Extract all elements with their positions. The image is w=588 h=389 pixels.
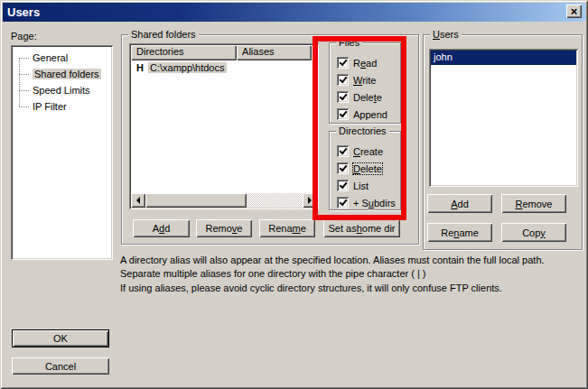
checkbox-row-list[interactable]: List — [337, 177, 398, 194]
ok-button[interactable]: OK — [12, 329, 109, 347]
window-title: Users — [7, 5, 40, 19]
read-label: Read — [353, 58, 377, 69]
scroll-left-button[interactable] — [131, 193, 145, 208]
scrollbar-thumb[interactable] — [145, 193, 247, 208]
delete-dir-label: Delete — [353, 163, 382, 174]
alias-help-text: A directory alias will also appear at th… — [120, 254, 583, 281]
directory-row[interactable]: H C:\xampp\htdocs — [131, 60, 317, 75]
read-checkbox[interactable] — [337, 57, 349, 69]
checkbox-row-create[interactable]: Create — [337, 143, 398, 160]
cancel-button[interactable]: Cancel — [12, 357, 109, 375]
page-list: General Shared folders Speed Limits IP F… — [11, 45, 113, 260]
checkbox-row-subdirs[interactable]: + Subdirs — [337, 194, 398, 211]
subdirs-checkbox[interactable] — [337, 197, 349, 208]
page-label: Page: — [11, 31, 37, 42]
list-label: List — [353, 181, 369, 191]
column-header-filler — [312, 45, 317, 60]
write-checkbox[interactable] — [337, 74, 349, 86]
tree-branch-line — [19, 90, 29, 91]
page-item-ip-filter[interactable]: IP Filter — [11, 98, 113, 115]
directories-group: Directories Create Delete List + Subdirs — [329, 131, 401, 210]
shared-folders-group-label: Shared folders — [128, 29, 199, 40]
subdirs-label: + Subdirs — [353, 198, 396, 208]
delete-dir-checkbox[interactable] — [337, 162, 349, 174]
checkbox-row-append[interactable]: Append — [337, 106, 398, 123]
directory-path: C:\xampp\htdocs — [148, 62, 227, 73]
files-checkboxes: Read Write Delete Append — [337, 54, 398, 123]
delete-file-label: Delete — [353, 92, 382, 103]
users-dialog: Users × Page: General Shared folders Spe… — [0, 0, 588, 389]
checkbox-row-delete-file[interactable]: Delete — [337, 88, 398, 106]
directories-group-label: Directories — [336, 125, 389, 136]
scroll-left-icon — [133, 197, 140, 204]
copy-user-button[interactable]: Copy — [501, 223, 566, 242]
tree-branch-line — [19, 107, 29, 107]
horizontal-scrollbar[interactable] — [131, 193, 317, 208]
remove-directory-button[interactable]: Remove — [196, 219, 252, 237]
create-checkbox[interactable] — [337, 145, 349, 157]
rename-directory-button[interactable]: Rename — [259, 219, 315, 237]
delete-file-checkbox[interactable] — [337, 91, 349, 103]
scroll-right-button[interactable] — [303, 193, 317, 208]
directories-list-header: Directories Aliases — [131, 45, 317, 60]
add-directory-button[interactable]: Add — [133, 219, 190, 237]
checkbox-row-delete-dir[interactable]: Delete — [337, 160, 398, 177]
titlebar[interactable]: Users × — [3, 3, 585, 22]
close-button[interactable]: × — [566, 5, 582, 18]
users-group-label: Users — [430, 29, 462, 40]
column-header-aliases[interactable]: Aliases — [237, 45, 312, 60]
column-header-directories[interactable]: Directories — [131, 45, 237, 60]
set-as-home-dir-button[interactable]: Set as home dir — [323, 219, 400, 237]
write-label: Write — [353, 75, 376, 86]
checkbox-row-write[interactable]: Write — [337, 71, 398, 88]
files-group: Files Read Write Delete Append — [329, 42, 401, 124]
directories-checkboxes: Create Delete List + Subdirs — [337, 143, 398, 211]
page-item-general[interactable]: General — [11, 50, 113, 66]
add-user-button[interactable]: Add — [427, 194, 492, 213]
scroll-right-icon — [308, 197, 315, 204]
scrollbar-track[interactable] — [247, 193, 303, 208]
page-tree: General Shared folders Speed Limits IP F… — [11, 45, 113, 115]
create-label: Create — [353, 146, 383, 157]
page-item-shared-folders[interactable]: Shared folders — [11, 66, 113, 82]
rename-user-button[interactable]: Rename — [427, 223, 492, 242]
files-group-label: Files — [336, 37, 362, 48]
append-checkbox[interactable] — [337, 108, 349, 120]
remove-user-button[interactable]: Remove — [501, 194, 566, 213]
page-item-speed-limits[interactable]: Speed Limits — [11, 82, 113, 98]
home-flag: H — [136, 62, 144, 73]
list-checkbox[interactable] — [337, 180, 349, 191]
tree-branch-line — [19, 58, 29, 59]
tree-branch-line — [19, 74, 29, 75]
append-label: Append — [353, 109, 387, 120]
cyclic-help-text: If using aliases, please avoid cyclic di… — [120, 282, 583, 295]
directories-list: Directories Aliases H C:\xampp\htdocs — [129, 43, 319, 209]
checkbox-row-read[interactable]: Read — [337, 54, 398, 71]
user-item-john[interactable]: john — [431, 51, 576, 65]
users-list: john — [429, 49, 578, 187]
close-icon: × — [571, 5, 578, 17]
